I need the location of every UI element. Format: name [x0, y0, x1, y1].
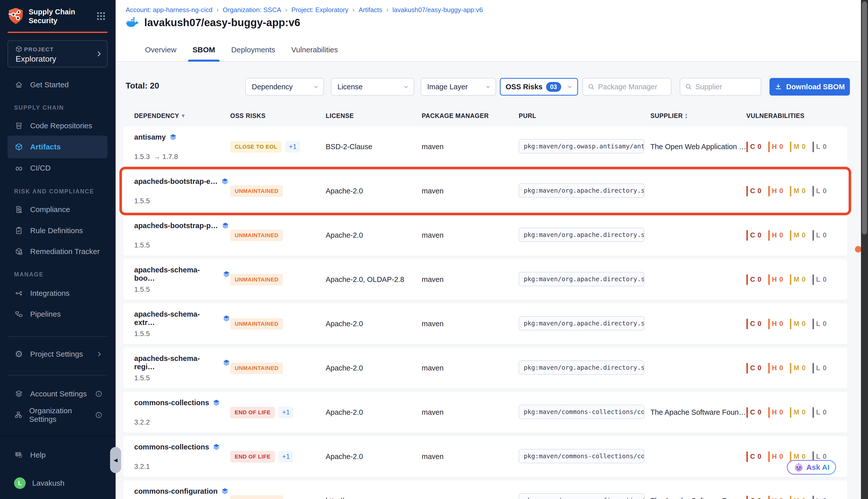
tab-deployments[interactable]: Deployments	[230, 38, 276, 62]
sidebar-item-cicd[interactable]: ∞ CI/CD	[8, 160, 108, 175]
table-row[interactable]: apacheds-schema-boo… 1.5.5 → UNMAINTAINE…	[123, 259, 847, 300]
chevron-down-icon	[485, 84, 491, 90]
column-header-dependency[interactable]: DEPENDENCY▾	[134, 112, 230, 120]
oss-risk-more-chip[interactable]: +1	[285, 141, 300, 153]
breadcrumb-account[interactable]: Account: app-harness-ng-cicd	[126, 6, 212, 14]
sidebar-item-pipelines[interactable]: Pipelines	[8, 307, 108, 322]
severity-bar	[813, 186, 814, 196]
ask-ai-button[interactable]: Ask AI	[787, 460, 836, 475]
oss-risk-cell: CLOSE TO EOL +1	[230, 141, 326, 153]
tab-vulnerabilities[interactable]: Vulnerabilities	[290, 38, 339, 62]
dependency-version: 1.5.5	[134, 330, 150, 338]
purl-pill[interactable]: pkg:maven/commons-collections/co…	[519, 405, 644, 419]
sidebar-user[interactable]: L Lavakush	[8, 476, 108, 491]
breadcrumb-artifact-name[interactable]: lavakush07/easy-buggy-app:v6	[392, 6, 483, 14]
breadcrumb-organization[interactable]: Organization: SSCA	[223, 6, 281, 14]
infinity-icon: ∞	[14, 164, 24, 172]
purl-pill[interactable]: pkg:maven/org.owasp.antisamy/ant…	[519, 139, 644, 154]
scrollbar-thumb[interactable]	[862, 1, 867, 234]
vulnerability-count-medium: M0	[790, 363, 806, 374]
sidebar-item-artifacts[interactable]: Artifacts	[8, 136, 108, 158]
tab-overview[interactable]: Overview	[144, 38, 177, 62]
image-layer-filter-dropdown[interactable]: Image Layer	[421, 78, 496, 96]
purl-pill[interactable]: pkg:maven/org.apache.directory.s…	[519, 316, 644, 330]
dependency-version: 1.5.5	[134, 285, 150, 293]
oss-risk-cell: UNMAINTAINED	[230, 495, 326, 499]
purl-pill[interactable]: pkg:maven/org.apache.directory.s…	[519, 272, 644, 286]
sidebar-item-label: Rule Definitions	[30, 226, 83, 235]
sidebar-item-label: Remediation Tracker	[30, 247, 100, 256]
column-header-vulnerabilities: VULNERABILITIES	[746, 112, 847, 120]
vulnerability-count-high: H0	[768, 275, 783, 285]
dependency-version: 1.5.5	[134, 241, 150, 249]
purl-pill[interactable]: pkg:maven/org.apache.directory.s…	[519, 361, 644, 375]
sidebar-item-help[interactable]: ? Help	[8, 448, 108, 463]
oss-risk-badge: UNMAINTAINED	[230, 185, 283, 197]
download-sbom-button[interactable]: Download SBOM	[769, 78, 850, 96]
scrollbar-track[interactable]	[861, 0, 868, 499]
sidebar-item-compliance[interactable]: Compliance	[8, 202, 108, 217]
app-grid-icon[interactable]	[96, 11, 106, 21]
sidebar-item-get-started[interactable]: Get Started	[8, 77, 108, 92]
table-row[interactable]: commons-collections 3.2.1 → END OF LIFE	[123, 436, 847, 477]
oss-risk-more-chip[interactable]: +1	[278, 451, 293, 463]
table-row[interactable]: commons-configuration → UNMAINTAINED	[123, 480, 847, 499]
table-row[interactable]: commons-collections 3.2.2 → END OF LIFE	[123, 392, 847, 433]
vulnerability-count-medium: M0	[790, 319, 806, 329]
column-header-oss-risks: OSS RISKS	[230, 112, 326, 120]
sidebar-item-project-settings[interactable]: ⚙ Project Settings	[8, 346, 108, 362]
package-manager-cell: maven	[422, 143, 519, 151]
sidebar-item-label: Pipelines	[30, 310, 61, 318]
page-header: Account: app-harness-ng-cicd › Organizat…	[116, 0, 868, 62]
severity-bar	[813, 407, 814, 418]
purl-pill[interactable]: pkg:maven/commons-configuration/…	[519, 493, 644, 499]
sidebar-item-rule-definitions[interactable]: Rule Definitions	[8, 223, 108, 238]
breadcrumb-project[interactable]: Project: Exploratory	[291, 6, 348, 14]
project-selector[interactable]: PROJECT Exploratory	[8, 40, 108, 68]
table-row[interactable]: apacheds-bootstrap-e… 1.5.5 → UNMAINTAIN…	[123, 171, 847, 211]
tab-sbom[interactable]: SBOM	[191, 38, 216, 62]
main-area: Account: app-harness-ng-cicd › Organizat…	[116, 0, 868, 499]
sidebar-collapse-handle[interactable]: ◀	[110, 447, 121, 473]
table-row[interactable]: apacheds-schema-extr… 1.5.5 → UNMAINTAIN…	[123, 303, 847, 344]
purl-cell: pkg:maven/commons-collections/co…	[519, 449, 650, 464]
severity-bar	[768, 319, 770, 329]
layers-icon	[223, 315, 230, 322]
purl-pill[interactable]: pkg:maven/org.apache.directory.s…	[519, 183, 644, 198]
vulnerability-count-high: H0	[768, 319, 783, 329]
sidebar-item-code-repositories[interactable]: Code Repositories	[8, 118, 108, 133]
purl-pill[interactable]: pkg:maven/org.apache.directory.s…	[519, 228, 644, 242]
breadcrumb-artifacts[interactable]: Artifacts	[358, 6, 382, 14]
table-row[interactable]: apacheds-schema-regi… 1.5.5 → UNMAINTAIN…	[123, 348, 847, 389]
license-cell: BSD-2-Clause	[326, 143, 422, 151]
notification-dot[interactable]	[855, 246, 861, 253]
dependency-filter-dropdown[interactable]: Dependency	[245, 78, 324, 96]
purl-pill[interactable]: pkg:maven/commons-collections/co…	[519, 449, 644, 463]
oss-risks-filter-dropdown[interactable]: OSS Risks 03	[500, 78, 578, 96]
vulnerability-count-medium: M0	[790, 275, 806, 285]
table-row[interactable]: antisamy 1.5.3 → 1.7.8 CLOSE TO EOL +1	[123, 126, 847, 167]
column-header-supplier[interactable]: SUPPLIER ▴▾	[650, 112, 746, 120]
severity-bar	[813, 496, 814, 499]
license-filter-dropdown[interactable]: License	[331, 78, 414, 96]
oss-risk-cell: UNMAINTAINED	[230, 318, 326, 330]
table-row[interactable]: apacheds-bootstrap-p… 1.5.5 → UNMAINTAIN…	[123, 215, 847, 256]
supplier-search-input[interactable]	[695, 83, 761, 91]
purl-cell: pkg:maven/org.apache.directory.s…	[519, 272, 650, 287]
vulnerability-count-critical: C0	[746, 186, 762, 196]
severity-bar	[746, 142, 748, 152]
section-label-manage: MANAGE	[14, 271, 43, 278]
sidebar-item-remediation-tracker[interactable]: Remediation Tracker	[8, 244, 108, 259]
sidebar-item-integrations[interactable]: Integrations	[8, 286, 108, 301]
package-manager-search-input[interactable]	[598, 83, 671, 91]
sidebar-item-organization-settings[interactable]: Organization Settings	[8, 407, 108, 423]
product-logo-row: Supply Chain Security	[8, 6, 108, 26]
sidebar-item-label: Artifacts	[30, 143, 61, 151]
dependency-version: 3.2.1	[134, 463, 150, 471]
license-cell: Apache-2.0	[326, 408, 422, 416]
purl-cell: pkg:maven/org.owasp.antisamy/ant…	[519, 139, 650, 155]
severity-bar	[746, 451, 748, 462]
table-body: antisamy 1.5.3 → 1.7.8 CLOSE TO EOL +1	[123, 126, 847, 499]
sidebar-item-account-settings[interactable]: Account Settings	[8, 386, 108, 401]
oss-risk-more-chip[interactable]: +1	[278, 406, 293, 418]
